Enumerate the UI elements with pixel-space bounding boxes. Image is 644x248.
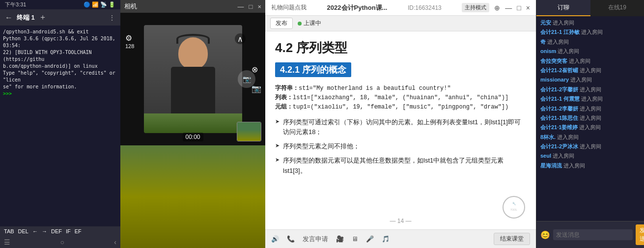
chat-user-4: onism xyxy=(540,48,556,54)
course-title: 2022会计Python课... xyxy=(327,3,388,12)
camera-side-icons: ⊗ 📷 xyxy=(252,65,261,93)
footer-mic-icon[interactable]: 🎤 xyxy=(366,235,374,243)
header-settings-icon[interactable]: ⊕ xyxy=(494,4,500,12)
terminal-nav-bar: ☰ ○ ‹ xyxy=(0,236,120,248)
chat-msg-16: 星海涓流 进入房间 xyxy=(540,162,640,169)
back-icon[interactable]: ← xyxy=(5,13,13,22)
scroll-up-icon[interactable]: ∧ xyxy=(235,33,246,44)
camera-maximize[interactable]: □ xyxy=(249,3,253,10)
chat-msg-5: 舍拉突突客 进入房间 xyxy=(540,57,640,65)
terminal-line-5: Type "help", "copyright", "credits" or "… xyxy=(3,70,117,83)
course-id: ID:16632413 xyxy=(408,4,442,11)
footer-volume-icon[interactable]: 🔊 xyxy=(271,235,279,243)
chat-msg-12: 会计21·1姜维婷 进入房间 xyxy=(540,124,640,131)
chat-user-14: 会计21-2尹冰冰 xyxy=(540,143,578,149)
camera-thumbnail xyxy=(237,122,261,141)
key-ef[interactable]: EF xyxy=(75,228,82,234)
footer-video-icon[interactable]: 🎥 xyxy=(336,235,344,243)
terminal-header-left: ← 终端 1 ＋ xyxy=(5,12,47,23)
camera-thumbnail-image xyxy=(237,122,261,141)
back-nav-icon[interactable]: ‹ xyxy=(114,238,116,246)
chat-user-1: 元安 xyxy=(540,20,551,26)
chat-user-8: 会计21-2字馨妍 xyxy=(540,86,578,92)
host-mode-label: 主持模式 xyxy=(462,3,489,12)
footer-request-label: 发言申请 xyxy=(303,235,328,244)
footer-music-icon[interactable]: 🎵 xyxy=(382,235,390,243)
slide-list: 序列类型可通过索引（下标）访问其中的元素。如上例有列表变量lst1，则lst1[… xyxy=(275,117,526,176)
camera-side-icon-1[interactable]: ⊗ xyxy=(252,65,261,74)
add-tab-icon[interactable]: ＋ xyxy=(39,12,47,23)
lesson-status: 上课中 xyxy=(298,19,321,28)
key-if[interactable]: IF xyxy=(66,228,71,234)
header-maximize-icon[interactable]: □ xyxy=(517,4,521,12)
slide-subtitle: 4.2.1 序列的概念 xyxy=(275,62,351,77)
slide-list-item-1: 序列类型可通过索引（下标）访问其中的元素。如上例有列表变量lst1，则lst1[… xyxy=(275,117,526,138)
chat-msg-4: onism 进入房间 xyxy=(540,48,640,55)
key-right[interactable]: → xyxy=(42,228,47,234)
key-left[interactable]: ← xyxy=(32,228,38,234)
key-tab[interactable]: TAB xyxy=(4,228,14,234)
status-time: 下午3:31 xyxy=(5,1,26,8)
chat-user-6: 会计21-2崔哲嵋 xyxy=(540,67,578,73)
chat-input[interactable] xyxy=(553,229,633,240)
main-toolbar: 发布 上课中 xyxy=(265,16,536,31)
chat-user-7: missionary xyxy=(540,77,569,83)
chat-msg-7: missionary 进入房间 xyxy=(540,76,640,83)
end-lesson-btn[interactable]: 结束课堂 xyxy=(494,233,530,245)
send-button[interactable]: 发送 xyxy=(636,224,644,245)
camera-title: 相机 xyxy=(124,2,137,11)
header-minimize-icon[interactable]: — xyxy=(505,4,512,12)
chat-user-9: 会计21-1 何震慧 xyxy=(540,96,580,102)
camera-side-icon-2[interactable]: 📷 xyxy=(252,84,261,93)
main-content: 4.2 序列类型 4.2.1 序列的概念 字符串：st1="My motherl… xyxy=(265,31,536,229)
svg-text:🔧: 🔧 xyxy=(512,202,516,206)
tab-online[interactable]: 在线19 xyxy=(590,0,644,16)
home-icon[interactable]: ○ xyxy=(60,238,64,246)
chat-msg-9: 会计21-1 何震慧 进入房间 xyxy=(540,95,640,103)
header-close-icon[interactable]: × xyxy=(526,4,530,12)
hamburger-icon[interactable]: ☰ xyxy=(4,238,10,246)
menu-icon[interactable]: ⋮ xyxy=(109,14,115,22)
camera-person-figure xyxy=(144,25,242,133)
camera-body: ⚙ 128 ∧ 📷 ⊗ 📷 xyxy=(120,13,265,248)
chat-msg-1: 元安 进入房间 xyxy=(540,19,640,27)
footer-screen-icon[interactable]: 🖥 xyxy=(352,235,358,243)
terminal-line-1: /qpython3-android5.sh && exit xyxy=(3,28,117,35)
main-header-controls: 主持模式 ⊕ — □ × xyxy=(462,3,530,12)
main-panel: 礼物问题点我 2022会计Python课... ID:16632413 主持模式… xyxy=(265,0,536,248)
chat-tabs: 订聊 在线19 xyxy=(536,0,644,16)
online-count-label: 在线19 xyxy=(608,4,626,11)
person-headphones xyxy=(176,34,210,44)
camera-minimize[interactable]: — xyxy=(238,3,244,10)
main-footer: 🔊 📞 发言申请 🎥 🖥 🎤 🎵 结束课堂 xyxy=(265,229,536,248)
chat-msg-15: seul 进入房间 xyxy=(540,152,640,160)
slide-title: 4.2 序列类型 xyxy=(275,39,526,56)
chat-input-area: 😊 发送 xyxy=(536,221,644,248)
camera-close[interactable]: × xyxy=(257,3,261,10)
chat-messages: 元安 进入房间 会计21-1 江孙敏 进入房间 奇 进入房间 onism 进入房… xyxy=(536,16,644,221)
tab-chat[interactable]: 订聊 xyxy=(536,0,590,16)
emoji-icon[interactable]: 😊 xyxy=(540,230,550,240)
svg-text:TOOL: TOOL xyxy=(510,208,517,211)
footer-phone-icon[interactable]: 📞 xyxy=(287,235,295,243)
camera-header: 相机 — □ × xyxy=(120,0,265,13)
key-del[interactable]: DEL xyxy=(18,228,28,234)
camera-window-controls: — □ × xyxy=(238,3,261,10)
slide-list-item-2: 序列类型元素之间不排他； xyxy=(275,141,526,152)
code-line-3: 元组：tup1=("xiaoliu", 19, "female", ["musi… xyxy=(275,103,526,112)
terminal-line-6: se" for more information. xyxy=(3,83,117,90)
chat-user-11: 会计21-1陈思住 xyxy=(540,115,578,121)
slide-page-number: — 14 — xyxy=(390,218,411,224)
background-blur xyxy=(144,113,242,133)
main-header: 礼物问题点我 2022会计Python课... ID:16632413 主持模式… xyxy=(265,0,536,16)
share-btn[interactable]: 发布 xyxy=(270,18,293,29)
camera-settings-icon[interactable]: ⚙ xyxy=(125,33,132,43)
key-def[interactable]: DEF xyxy=(51,228,62,234)
chat-msg-2: 会计21-1 江孙敏 进入房间 xyxy=(540,28,640,36)
slide-watermark: 🔧 TOOL xyxy=(502,195,526,220)
chat-user-15: seul xyxy=(540,153,551,159)
terminal-panel: 下午3:31 🔵 📶 📡 🔋 ← 终端 1 ＋ ⋮ /qpython3-andr… xyxy=(0,0,120,248)
lesson-status-text: 上课中 xyxy=(304,19,321,28)
status-icons: 🔵 📶 📡 🔋 xyxy=(84,1,115,8)
terminal-prompt: >>> xyxy=(3,90,117,97)
